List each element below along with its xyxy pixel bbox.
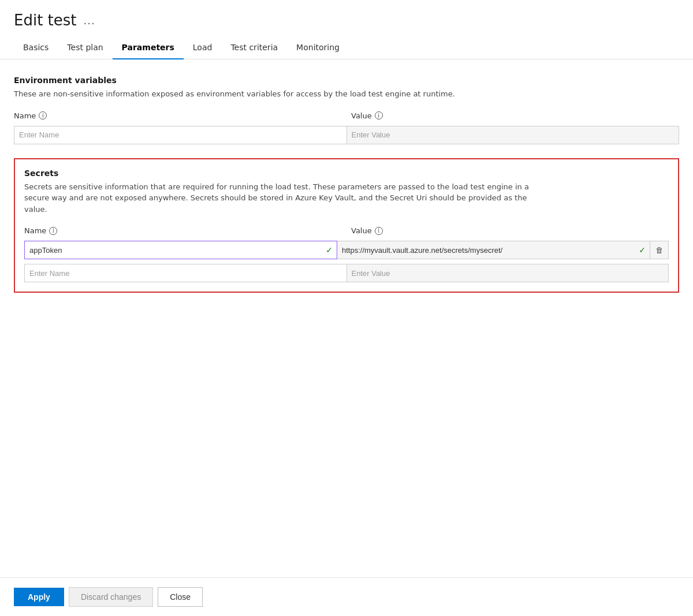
env-name-label: Name i (14, 111, 342, 120)
secret-name-input-1[interactable] (24, 241, 337, 259)
secret-name-field-1: ✓ (24, 241, 337, 259)
env-name-input[interactable] (14, 126, 347, 144)
env-section-title: Environment variables (14, 76, 679, 85)
secret-name-check-icon: ✓ (326, 245, 333, 255)
page-title: Edit test (14, 12, 77, 29)
discard-changes-button[interactable]: Discard changes (69, 587, 153, 607)
tab-basics[interactable]: Basics (14, 36, 58, 59)
tab-test-plan[interactable]: Test plan (58, 36, 112, 59)
secret-name-input-empty[interactable] (24, 264, 347, 282)
secrets-section: Secrets Secrets are sensitive informatio… (14, 158, 679, 293)
tab-monitoring[interactable]: Monitoring (287, 36, 349, 59)
secret-delete-button-1[interactable]: 🗑 (650, 241, 669, 259)
secrets-section-title: Secrets (24, 169, 669, 178)
env-value-info-icon: i (375, 111, 383, 120)
env-value-input[interactable] (347, 126, 680, 144)
page-header: Edit test ... (0, 0, 693, 36)
env-name-info-icon: i (39, 111, 47, 120)
more-options-button[interactable]: ... (84, 14, 95, 27)
secrets-fields-header: Name i Value i (24, 226, 669, 238)
close-button[interactable]: Close (158, 587, 203, 607)
secrets-name-label: Name i (24, 226, 342, 235)
tab-test-criteria[interactable]: Test criteria (221, 36, 287, 59)
env-input-row (14, 126, 679, 144)
secret-row-1: ✓ ✓ 🗑 (24, 241, 669, 259)
secrets-value-info-icon: i (375, 227, 383, 235)
env-section-description: These are non-sensitive information expo… (14, 88, 534, 100)
footer: Apply Discard changes Close (0, 577, 693, 616)
apply-button[interactable]: Apply (14, 588, 64, 606)
secrets-section-description: Secrets are sensitive information that a… (24, 181, 544, 215)
trash-icon: 🗑 (655, 246, 663, 255)
tab-parameters[interactable]: Parameters (113, 36, 184, 59)
secret-value-field-1: ✓ (337, 241, 650, 259)
secret-value-check-icon: ✓ (639, 245, 646, 255)
content-area: Environment variables These are non-sens… (0, 76, 693, 293)
secret-value-input-1[interactable] (337, 241, 650, 259)
tab-load[interactable]: Load (184, 36, 222, 59)
tab-navigation: Basics Test plan Parameters Load Test cr… (0, 36, 693, 59)
secrets-value-label: Value i (351, 226, 669, 235)
env-variables-section: Environment variables These are non-sens… (14, 76, 679, 144)
secret-value-input-empty[interactable] (347, 264, 669, 282)
env-fields-header: Name i Value i (14, 111, 679, 124)
secret-row-empty (24, 264, 669, 282)
env-value-label: Value i (351, 111, 679, 120)
secrets-name-info-icon: i (49, 227, 57, 235)
